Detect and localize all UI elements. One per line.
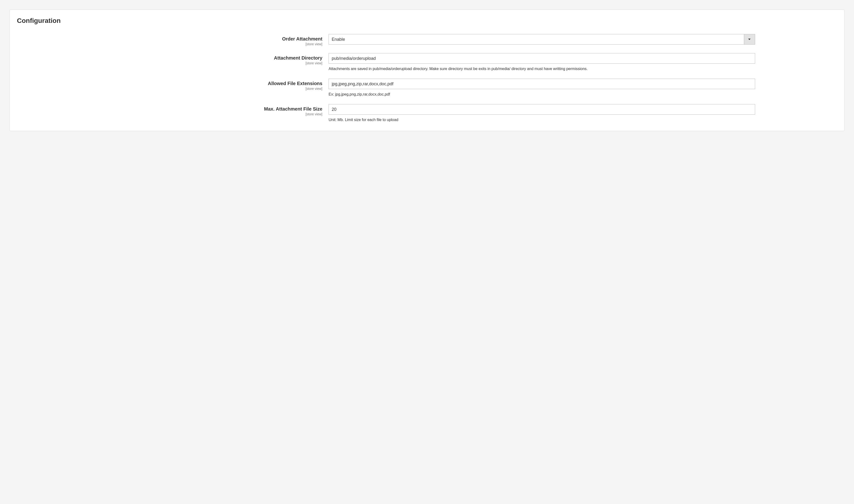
input-col: Enable: [329, 34, 755, 44]
input-col: Attachments are saved in pub/media/order…: [329, 53, 755, 71]
order-attachment-select-value: Enable: [329, 34, 744, 44]
label-scope: [store view]: [17, 42, 322, 46]
label-scope: [store view]: [17, 61, 322, 65]
label-attachment-directory: Attachment Directory [store view]: [17, 53, 329, 65]
allowed-file-extensions-note: Ex: jpg,jpeg,png,zip,rar,docx,doc,pdf: [329, 91, 755, 97]
max-file-size-input[interactable]: [329, 104, 755, 114]
field-order-attachment: Order Attachment [store view] Enable: [17, 34, 837, 46]
order-attachment-select[interactable]: Enable: [329, 34, 755, 44]
label-text: Attachment Directory: [274, 55, 322, 60]
attachment-directory-input[interactable]: [329, 53, 755, 64]
attachment-directory-note: Attachments are saved in pub/media/order…: [329, 66, 755, 71]
label-text: Max. Attachment File Size: [264, 106, 322, 111]
caret-down-icon: [748, 39, 750, 40]
label-text: Allowed File Extensions: [268, 81, 322, 86]
max-file-size-note: Unit: Mb. Limit size for each file to up…: [329, 117, 755, 123]
field-allowed-file-extensions: Allowed File Extensions [store view] Ex:…: [17, 79, 837, 97]
panel-title: Configuration: [17, 17, 837, 24]
order-attachment-select-button[interactable]: [744, 34, 755, 44]
allowed-file-extensions-input[interactable]: [329, 79, 755, 89]
label-max-file-size: Max. Attachment File Size [store view]: [17, 104, 329, 116]
field-attachment-directory: Attachment Directory [store view] Attach…: [17, 53, 837, 71]
configuration-panel: Configuration Order Attachment [store vi…: [10, 10, 844, 131]
input-col: Ex: jpg,jpeg,png,zip,rar,docx,doc,pdf: [329, 79, 755, 97]
page-root: Configuration Order Attachment [store vi…: [0, 0, 854, 141]
label-scope: [store view]: [17, 87, 322, 91]
label-scope: [store view]: [17, 112, 322, 116]
label-order-attachment: Order Attachment [store view]: [17, 34, 329, 46]
field-max-file-size: Max. Attachment File Size [store view] U…: [17, 104, 837, 123]
label-text: Order Attachment: [282, 36, 322, 41]
label-allowed-file-extensions: Allowed File Extensions [store view]: [17, 79, 329, 91]
input-col: Unit: Mb. Limit size for each file to up…: [329, 104, 755, 123]
